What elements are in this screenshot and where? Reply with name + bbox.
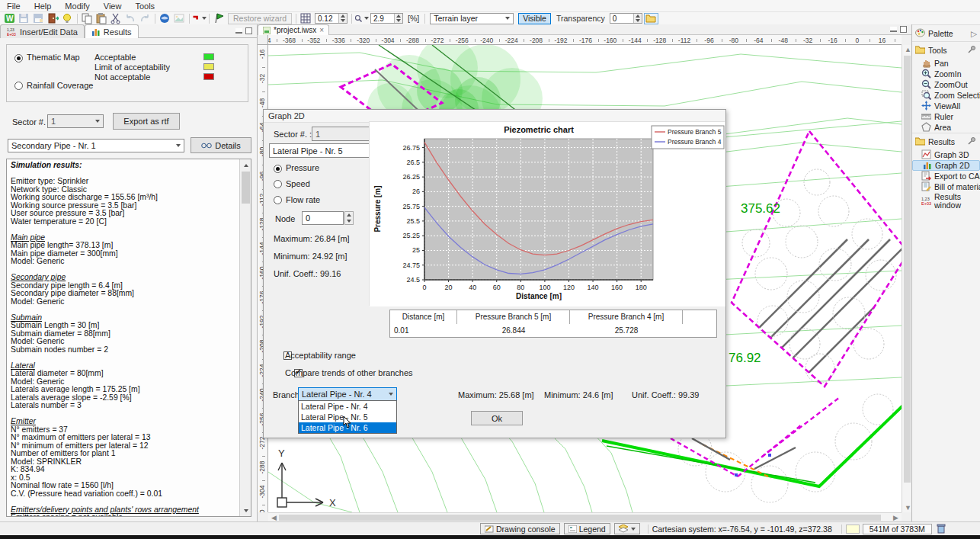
- branch-minimum-value: Minimum: 24.6 [m]: [544, 390, 613, 399]
- panel-maximize-icon[interactable]: [245, 27, 252, 34]
- details-button[interactable]: Details: [191, 137, 251, 153]
- sim-result-line: Model: Generic: [11, 258, 237, 266]
- tips-icon[interactable]: [60, 13, 75, 24]
- node-input[interactable]: 0: [302, 211, 344, 225]
- cut-icon[interactable]: [109, 13, 123, 24]
- ok-button[interactable]: Ok: [471, 411, 523, 425]
- pin-icon[interactable]: [967, 44, 977, 56]
- section-header-tools[interactable]: Tools: [912, 41, 980, 58]
- zoom-tool-icon[interactable]: [354, 13, 369, 24]
- menu-tools[interactable]: Tools: [128, 2, 162, 11]
- visible-toggle[interactable]: Visible: [518, 13, 551, 24]
- ruler-tick-label: -112: [678, 37, 690, 44]
- layer-select[interactable]: Terrain layer: [430, 13, 514, 24]
- export-rtf-button[interactable]: Export as rtf: [113, 113, 180, 130]
- horizontal-scrollbar[interactable]: ◀ ▶: [268, 512, 902, 521]
- toolbar: WRestore wizard0.122.9[%]Terrain layerVi…: [0, 12, 980, 25]
- project-document-tab[interactable]: *project.iwsx ×: [258, 24, 329, 35]
- tool-item-viewall[interactable]: ViewAll: [912, 101, 980, 111]
- scroll-up-icon[interactable]: [240, 159, 251, 171]
- bill-of-materials-icon: [921, 181, 931, 193]
- palette-header[interactable]: Palette▷: [912, 24, 980, 41]
- branch-option[interactable]: Lateral Pipe - Nr. 4: [299, 401, 396, 412]
- close-tab-icon[interactable]: ×: [319, 26, 324, 34]
- zoom-percent-spinner[interactable]: 2.9: [370, 13, 403, 24]
- scroll-thumb[interactable]: [279, 515, 881, 521]
- panel-minimize-icon[interactable]: [235, 28, 242, 34]
- tool-item-graph-2d[interactable]: Graph 2D: [912, 160, 980, 171]
- tool-item-results-window[interactable]: 1,23E+03Resultswindow: [912, 192, 980, 210]
- scroll-thumb[interactable]: [242, 172, 250, 204]
- pan-hand-icon: [921, 58, 931, 69]
- drawing-console-button[interactable]: Drawing console: [480, 523, 560, 534]
- node-stepper[interactable]: [344, 211, 354, 225]
- flow-rate-radio[interactable]: [274, 196, 282, 204]
- thematic-map-radio[interactable]: [14, 54, 23, 63]
- pin-icon[interactable]: [967, 136, 977, 147]
- canvas-minimize-icon[interactable]: [890, 27, 897, 32]
- pipe-select[interactable]: Secondary Pipe - Nr. 1: [8, 139, 184, 152]
- ruler-tick-label: -272: [431, 37, 444, 44]
- sector-select[interactable]: 1: [47, 114, 104, 128]
- menu-bar: FileHelpModifyViewTools: [0, 0, 980, 12]
- tool-item-zoomout[interactable]: ZoomOut: [912, 79, 980, 90]
- menu-modify[interactable]: Modify: [58, 2, 96, 11]
- toolbar-separator: [209, 14, 210, 24]
- menu-help[interactable]: Help: [27, 2, 59, 11]
- simulation-results-box[interactable]: Simulation results: Emitter type: Sprink…: [6, 159, 251, 517]
- sim-result-line: Emitter type: Sprinkler: [11, 178, 237, 186]
- rainfall-coverage-radio[interactable]: [14, 82, 23, 90]
- speed-radio[interactable]: [274, 180, 282, 188]
- results-window-icon: 1,23E+03: [921, 196, 931, 207]
- image-icon: [172, 13, 187, 24]
- open-layer-folder-button[interactable]: [644, 13, 658, 24]
- tool-item-bill-of-materials[interactable]: Bill of materials: [912, 181, 980, 192]
- menu-file[interactable]: File: [0, 2, 27, 11]
- paste-icon[interactable]: [94, 13, 109, 24]
- draw-pipe-icon[interactable]: [192, 13, 207, 24]
- google-earth-icon[interactable]: [158, 13, 172, 24]
- tab-results[interactable]: Results: [85, 24, 139, 38]
- branch-select[interactable]: Lateral Pipe - Nr. 4: [298, 387, 397, 401]
- tool-item-export-to-cad[interactable]: Export to CAD: [912, 171, 980, 181]
- flag-icon[interactable]: [212, 13, 226, 24]
- tool-item-ruler[interactable]: Ruler: [912, 111, 980, 122]
- grid-icon[interactable]: [299, 13, 313, 24]
- legend-label: Not acceptable: [94, 72, 150, 82]
- tab-insert-edit-data[interactable]: 1,23E+03 Insert/Edit Data: [0, 24, 85, 38]
- save-icon: [17, 13, 31, 24]
- menu-view[interactable]: View: [97, 2, 129, 11]
- tool-item-graph-3d[interactable]: Graph 3D: [912, 149, 980, 160]
- canvas-maximize-icon[interactable]: [900, 26, 907, 33]
- sim-scrollbar[interactable]: [239, 159, 251, 516]
- pressure-radio[interactable]: [274, 165, 282, 173]
- word-export-icon[interactable]: W: [2, 13, 17, 24]
- vertical-scrollbar[interactable]: ▲ ▼: [902, 45, 911, 512]
- svg-text:26.5: 26.5: [406, 159, 420, 166]
- section-header-results[interactable]: Results: [912, 133, 980, 149]
- application-window: FileHelpModifyViewTools WRestore wizard0…: [0, 0, 980, 539]
- sim-result-line: [11, 498, 237, 506]
- transparency-spinner[interactable]: 0: [610, 13, 642, 24]
- tool-item-zoom-selection[interactable]: Zoom Selection: [912, 90, 980, 101]
- svg-text:160: 160: [611, 284, 623, 291]
- scroll-down-icon[interactable]: [240, 505, 251, 516]
- table-cell: 0.01: [390, 324, 457, 338]
- ruler-tick-label: -96: [704, 37, 713, 44]
- legend-button[interactable]: Legend: [564, 523, 610, 534]
- results-tab-icon: [91, 27, 101, 36]
- scroll-thumb[interactable]: [904, 56, 911, 483]
- layers-button[interactable]: [614, 523, 640, 534]
- expand-arrow-icon[interactable]: ▷: [971, 29, 977, 38]
- sim-result-line: Water temperature = 20 [C]: [11, 218, 237, 226]
- trash-icon[interactable]: [937, 524, 946, 534]
- dialog-pipe-select[interactable]: Lateral Pipe - Nr. 5: [269, 143, 382, 158]
- toolbar-separator: [155, 14, 155, 24]
- close-project-icon[interactable]: [46, 13, 60, 24]
- tool-item-zoomin[interactable]: ZoomIn: [912, 69, 980, 79]
- copy-icon[interactable]: [80, 13, 94, 24]
- tool-item-area[interactable]: Area: [912, 122, 980, 133]
- tool-item-pan[interactable]: Pan: [912, 58, 980, 69]
- ruler-tick-label: -48: [779, 37, 788, 44]
- scale-spinner[interactable]: 0.12: [315, 13, 347, 24]
